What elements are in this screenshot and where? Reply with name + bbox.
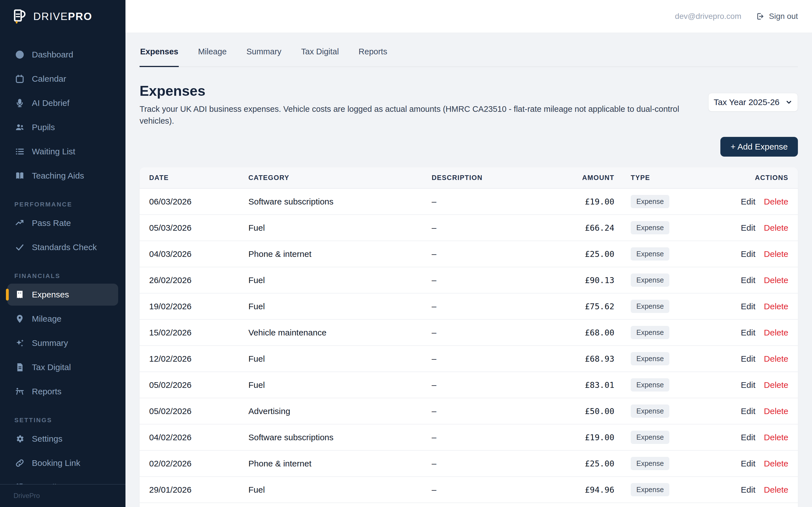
expense-actions: EditDelete [707, 249, 788, 259]
sign-out-icon [756, 12, 764, 20]
sidebar-footer-label: DrivePro [13, 492, 40, 500]
tab-reports[interactable]: Reports [358, 47, 388, 67]
expense-type-badge: Expense [631, 483, 669, 496]
expense-description: – [432, 197, 565, 207]
sidebar-item-pupils[interactable]: Pupils [7, 116, 118, 138]
people-icon [15, 122, 24, 132]
expense-type-cell: Expense [614, 274, 707, 287]
sidebar-item-branding[interactable]: Branding [7, 476, 118, 484]
sidebar-item-expenses[interactable]: Expenses [7, 284, 118, 305]
sidebar-item-settings[interactable]: Settings [7, 428, 118, 450]
edit-link[interactable]: Edit [741, 459, 756, 468]
expense-actions: EditDelete [707, 197, 788, 207]
delete-link[interactable]: Delete [764, 354, 788, 363]
delete-link[interactable]: Delete [764, 459, 788, 468]
sidebar-item-tax-digital[interactable]: Tax Digital [7, 356, 118, 378]
check-icon [15, 242, 24, 252]
delete-link[interactable]: Delete [764, 380, 788, 390]
edit-link[interactable]: Edit [741, 302, 756, 311]
expense-amount: £94.96 [565, 485, 614, 495]
page-title: Expenses [140, 83, 692, 99]
sidebar-item-waiting-list[interactable]: Waiting List [7, 140, 118, 163]
brand-logo: DRIVEPRO [0, 0, 125, 33]
delete-link[interactable]: Delete [764, 485, 788, 495]
tab-expenses[interactable]: Expenses [140, 47, 179, 67]
expense-description: – [432, 485, 565, 495]
edit-link[interactable]: Edit [741, 354, 756, 363]
edit-link[interactable]: Edit [741, 406, 756, 416]
sidebar-item-summary[interactable]: Summary [7, 332, 118, 354]
delete-link[interactable]: Delete [764, 197, 788, 207]
delete-link[interactable]: Delete [764, 328, 788, 337]
expense-type-badge: Expense [631, 404, 669, 418]
sidebar-item-ai-debrief[interactable]: AI Debrief [7, 92, 118, 114]
expense-description: – [432, 459, 565, 468]
edit-link[interactable]: Edit [741, 223, 756, 233]
expense-type-cell: Expense [614, 378, 707, 392]
expense-type-cell: Expense [614, 221, 707, 234]
calendar-icon [15, 74, 24, 83]
tax-year-select[interactable]: Tax Year 2025-26 [708, 93, 798, 112]
delete-link[interactable]: Delete [764, 223, 788, 233]
expense-date: 15/02/2026 [149, 328, 248, 337]
edit-link[interactable]: Edit [741, 197, 756, 207]
add-expense-button[interactable]: + Add Expense [720, 137, 798, 157]
expense-amount: £75.62 [565, 302, 614, 311]
document-icon [15, 362, 24, 372]
sparkles-icon [15, 338, 24, 348]
edit-link[interactable]: Edit [741, 485, 756, 495]
delete-link[interactable]: Delete [764, 276, 788, 285]
delete-link[interactable]: Delete [764, 302, 788, 311]
edit-link[interactable]: Edit [741, 276, 756, 285]
trending-up-icon [15, 218, 24, 228]
tax-year-value: Tax Year 2025-26 [714, 98, 779, 107]
sidebar: DRIVEPRO Dashboard Calendar AI Debrief P… [0, 0, 125, 507]
sidebar-footer: DrivePro [0, 484, 125, 507]
edit-link[interactable]: Edit [741, 328, 756, 337]
expense-actions: EditDelete [707, 302, 788, 311]
sidebar-item-pass-rate[interactable]: Pass Rate [7, 212, 118, 234]
expense-type-cell: Expense [614, 404, 707, 418]
sidebar-item-label: Pupils [32, 122, 55, 132]
sidebar-item-standards-check[interactable]: Standards Check [7, 236, 118, 258]
expense-amount: £83.01 [565, 380, 614, 390]
expense-actions: EditDelete [707, 485, 788, 495]
active-item-indicator [6, 289, 9, 300]
table-row: 29/01/2026 Fuel – £94.96 Expense EditDel… [140, 477, 798, 503]
sidebar-item-label: Booking Link [32, 458, 80, 468]
expense-description: – [432, 249, 565, 259]
report-chart-icon [15, 387, 24, 396]
tab-summary[interactable]: Summary [246, 47, 282, 67]
sidebar-item-dashboard[interactable]: Dashboard [7, 44, 118, 66]
expense-category: Software subscriptions [248, 197, 432, 207]
expense-category: Software subscriptions [248, 433, 432, 442]
sidebar-item-booking-link[interactable]: Booking Link [7, 452, 118, 474]
delete-link[interactable]: Delete [764, 249, 788, 259]
expense-actions: EditDelete [707, 276, 788, 285]
topbar: dev@drivepro.com Sign out [125, 0, 812, 33]
page-description: Track your UK ADI business expenses. Veh… [140, 103, 692, 127]
dashboard-icon [15, 50, 24, 59]
edit-link[interactable]: Edit [741, 380, 756, 390]
expense-category: Fuel [248, 223, 432, 233]
sidebar-item-calendar[interactable]: Calendar [7, 68, 118, 90]
sign-out-button[interactable]: Sign out [756, 12, 798, 21]
edit-link[interactable]: Edit [741, 249, 756, 259]
table-row: 12/02/2026 Fuel – £68.93 Expense EditDel… [140, 346, 798, 372]
tab-tax-digital[interactable]: Tax Digital [301, 47, 340, 67]
expense-type-badge: Expense [631, 247, 669, 261]
tab-mileage[interactable]: Mileage [197, 47, 227, 67]
table-row: 15/02/2026 Vehicle maintenance – £68.00 … [140, 320, 798, 346]
delete-link[interactable]: Delete [764, 406, 788, 416]
sidebar-item-mileage[interactable]: Mileage [7, 308, 118, 330]
sidebar-section-settings: SETTINGS [0, 416, 125, 425]
sidebar-item-label: Reports [32, 387, 61, 396]
delete-link[interactable]: Delete [764, 433, 788, 442]
sidebar-item-teaching-aids[interactable]: Teaching Aids [7, 165, 118, 187]
sidebar-item-reports[interactable]: Reports [7, 381, 118, 402]
expense-category: Vehicle maintenance [248, 328, 432, 337]
expense-date: 12/02/2026 [149, 354, 248, 363]
expense-type-cell: Expense [614, 247, 707, 261]
chevron-down-icon [785, 99, 793, 106]
edit-link[interactable]: Edit [741, 433, 756, 442]
